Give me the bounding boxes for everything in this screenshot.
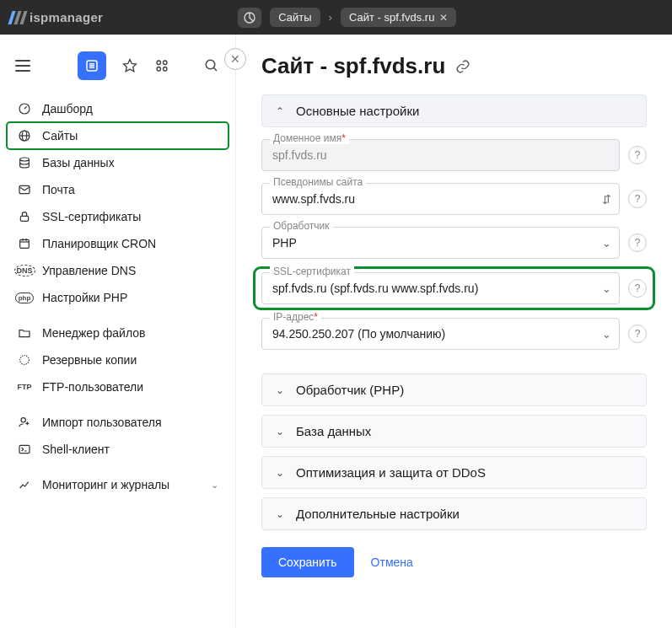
svg-point-10 bbox=[206, 60, 215, 69]
field-row-aliases: Псевдонимы сайта www.spf.fvds.ru ⇵ ? bbox=[261, 183, 647, 215]
help-icon[interactable]: ? bbox=[628, 279, 647, 298]
sidebar-item-dashboard[interactable]: Дашборд bbox=[7, 95, 228, 122]
cancel-button[interactable]: Отмена bbox=[371, 556, 413, 569]
sidebar-item-ssl[interactable]: SSL-сертификаты bbox=[7, 203, 228, 230]
list-view-button[interactable] bbox=[78, 51, 106, 80]
svg-point-24 bbox=[21, 418, 25, 422]
chevron-down-icon: ⌄ bbox=[274, 508, 286, 520]
field-label-aliases: Псевдонимы сайта bbox=[270, 176, 366, 188]
folder-icon bbox=[17, 325, 32, 341]
field-row-domain: Доменное имя* spf.fvds.ru ? bbox=[261, 139, 647, 171]
field-row-ssl: SSL-сертификат spf.fvds.ru (spf.fvds.ru … bbox=[257, 271, 651, 306]
help-icon[interactable]: ? bbox=[628, 146, 647, 164]
sidebar-item-php[interactable]: phpНастройки PHP bbox=[7, 284, 228, 311]
accordion-extra[interactable]: ⌄ Дополнительные настройки bbox=[261, 497, 647, 530]
svg-point-8 bbox=[157, 67, 161, 72]
svg-point-16 bbox=[20, 158, 30, 161]
sidebar-item-ftp[interactable]: FTPFTP-пользователи bbox=[7, 373, 228, 400]
field-label-ip: IP-адрес* bbox=[270, 311, 321, 323]
svg-rect-19 bbox=[20, 239, 30, 248]
topbar: ispmanager Сайты › Сайт - spf.fvds.ru ✕ bbox=[0, 0, 672, 35]
sidebar-item-dns[interactable]: DNSУправление DNS bbox=[7, 257, 228, 284]
nav-list: Дашборд Сайты Базы данных Почта SSL-серт… bbox=[0, 95, 235, 498]
terminal-icon bbox=[17, 442, 32, 457]
menu-toggle-icon[interactable] bbox=[15, 60, 30, 72]
field-row-handler: Обработчик PHP ⌄ ? bbox=[261, 227, 647, 259]
sidebar-item-databases[interactable]: Базы данных bbox=[7, 149, 228, 176]
sidebar-item-sites[interactable]: Сайты bbox=[7, 122, 228, 149]
apps-icon[interactable] bbox=[153, 57, 170, 74]
sidebar-item-import[interactable]: Импорт пользователя bbox=[7, 409, 228, 436]
stats-tab[interactable] bbox=[238, 8, 261, 28]
page-title: Сайт - spf.fvds.ru bbox=[261, 53, 647, 79]
accordion-handler-php[interactable]: ⌄ Обработчик (PHP) bbox=[261, 373, 647, 406]
globe-icon bbox=[17, 128, 32, 143]
svg-rect-18 bbox=[20, 216, 28, 221]
sidebar-item-cron[interactable]: Планировщик CRON bbox=[7, 230, 228, 257]
accordion-database[interactable]: ⌄ База данных bbox=[261, 415, 647, 448]
chevron-down-icon: ⌄ bbox=[274, 426, 286, 437]
field-label-domain: Доменное имя* bbox=[270, 132, 349, 144]
svg-point-9 bbox=[164, 67, 168, 72]
lock-icon bbox=[17, 209, 32, 224]
svg-point-23 bbox=[20, 356, 30, 365]
ftp-icon: FTP bbox=[17, 379, 32, 395]
svg-marker-5 bbox=[124, 60, 137, 72]
logo-slashes-icon bbox=[10, 11, 26, 24]
content: Сайт - spf.fvds.ru ⌃ Основные настройки … bbox=[236, 35, 672, 628]
gauge-icon bbox=[17, 101, 32, 116]
field-row-ip: IP-адрес* 94.250.250.207 (По умолчанию) … bbox=[261, 318, 647, 350]
sidebar-item-monitoring[interactable]: Мониторинг и журналы⌄ bbox=[7, 471, 228, 498]
database-icon bbox=[17, 155, 32, 170]
star-icon[interactable] bbox=[121, 57, 138, 74]
svg-point-6 bbox=[157, 61, 161, 65]
svg-rect-25 bbox=[19, 445, 30, 453]
mail-icon bbox=[17, 182, 32, 197]
close-icon[interactable]: ✕ bbox=[439, 12, 448, 24]
calendar-icon bbox=[17, 236, 32, 251]
chevron-down-icon: ⌄ bbox=[211, 480, 218, 491]
sidebar-item-shell[interactable]: Shell-клиент bbox=[7, 436, 228, 463]
help-icon[interactable]: ? bbox=[628, 325, 647, 343]
dns-icon: DNS bbox=[17, 263, 32, 278]
accordion-optimization[interactable]: ⌄ Оптимизация и защита от DDoS bbox=[261, 456, 647, 489]
logo: ispmanager bbox=[10, 10, 103, 24]
svg-point-7 bbox=[164, 61, 168, 65]
panel-close-button[interactable]: ✕ bbox=[224, 48, 246, 70]
php-icon: php bbox=[17, 290, 32, 305]
chevron-down-icon: ⌄ bbox=[274, 384, 286, 396]
sidebar: ✕ Дашборд Сайты Базы данных Почта SSL-се… bbox=[0, 35, 236, 628]
breadcrumb-separator-icon: › bbox=[329, 11, 332, 24]
breadcrumb-site-detail[interactable]: Сайт - spf.fvds.ru ✕ bbox=[341, 8, 457, 27]
field-label-handler: Обработчик bbox=[270, 220, 333, 232]
list-icon bbox=[84, 58, 99, 73]
breadcrumb-sites[interactable]: Сайты bbox=[270, 8, 320, 27]
save-button[interactable]: Сохранить bbox=[261, 547, 354, 577]
help-icon[interactable]: ? bbox=[628, 190, 647, 208]
main-settings-form: Доменное имя* spf.fvds.ru ? Псевдонимы с… bbox=[261, 136, 647, 373]
logo-text: ispmanager bbox=[30, 10, 103, 24]
user-import-icon bbox=[17, 415, 32, 430]
chevron-down-icon: ⌄ bbox=[274, 467, 286, 479]
pie-icon bbox=[243, 11, 256, 24]
sidebar-item-backup[interactable]: Резервные копии bbox=[7, 346, 228, 373]
chart-icon bbox=[17, 477, 32, 492]
help-icon[interactable]: ? bbox=[628, 233, 647, 252]
field-label-ssl: SSL-сертификат bbox=[270, 266, 354, 277]
search-icon[interactable] bbox=[203, 57, 220, 74]
backup-icon bbox=[17, 352, 32, 368]
link-icon[interactable] bbox=[455, 59, 470, 74]
sidebar-item-mail[interactable]: Почта bbox=[7, 176, 228, 203]
sidebar-item-filemanager[interactable]: Менеджер файлов bbox=[7, 319, 228, 346]
svg-line-11 bbox=[213, 67, 217, 71]
accordion-main-settings[interactable]: ⌃ Основные настройки bbox=[261, 94, 647, 127]
chevron-up-icon: ⌃ bbox=[274, 105, 286, 117]
